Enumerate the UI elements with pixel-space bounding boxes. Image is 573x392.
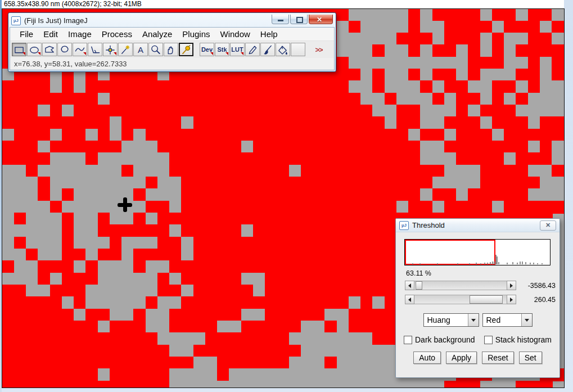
method-dropdown-value: Huang [424,316,468,325]
tool-point-button[interactable] [103,43,118,56]
min-threshold-value: -3586.43 [515,282,556,290]
imagej-titlebar[interactable]: µJ (Fiji Is Just) ImageJ ✕ [10,14,335,27]
menu-plugins[interactable]: Plugins [177,28,215,40]
max-threshold-track[interactable] [414,295,507,304]
tool-hand-button[interactable] [164,43,178,56]
tool-more-tools-button[interactable]: >> [312,43,326,56]
dark-background-checkbox[interactable]: Dark background [404,335,475,344]
histogram-bar [520,262,521,264]
min-threshold-scrollbar[interactable] [405,281,516,290]
histogram-bar [512,262,513,264]
menu-window[interactable]: Window [215,28,255,40]
threshold-titlebar[interactable]: µJ Threshold ✕ [396,219,560,232]
tool-brush-button[interactable] [260,43,275,56]
reset-button[interactable]: Reset [482,352,514,364]
tool-zoom-button[interactable] [148,43,163,56]
chevron-down-icon [471,319,476,322]
tool-pencil-button[interactable] [245,43,260,56]
minimize-icon [278,20,283,21]
dialog-close-button[interactable]: ✕ [540,220,556,231]
more-tools-icon: >> [315,46,322,54]
histogram-bar [522,262,523,264]
menu-image[interactable]: Image [63,28,97,40]
set-button[interactable]: Set [519,352,542,364]
menu-edit[interactable]: Edit [38,28,63,40]
histogram-bar [487,263,488,264]
display-dropdown[interactable]: Red [482,313,533,327]
scroll-left-button[interactable] [405,281,414,290]
histogram-bar [517,263,518,264]
max-threshold-scrollbar[interactable] [405,295,516,304]
histogram-bar [507,263,508,264]
restore-button[interactable] [290,15,308,24]
tool-polygon-button[interactable] [42,43,57,56]
tool-dev-button[interactable]: Dev [200,43,214,56]
left-arrow-icon [408,283,411,288]
tool-text-button[interactable]: A [133,43,148,56]
histogram-bar [484,263,485,264]
apply-button[interactable]: Apply [446,352,477,364]
imagej-app-icon: µJ [11,16,21,25]
tool-rectangle-button[interactable] [12,43,26,56]
restore-icon [296,17,303,23]
tool-blank-button[interactable] [291,43,305,56]
right-arrow-icon [510,283,513,288]
histogram-bar [476,263,477,264]
tool-dropdown-arrow-icon [22,52,25,55]
histogram-bar [537,263,538,264]
max-threshold-value: 260.45 [515,296,556,304]
histogram-bar [492,262,493,264]
right-arrow-icon [510,298,513,302]
tool-angle-button[interactable] [88,43,102,56]
crosshair-cursor [123,197,127,212]
menu-help[interactable]: Help [255,28,283,40]
close-icon: ✕ [545,222,551,229]
threshold-dialog-title: Threshold [412,221,445,229]
menu-analyze[interactable]: Analyze [137,28,177,40]
desktop: 658.35x438.90 nm (4008x2672); 32-bit; 41… [0,0,573,392]
dropdown-arrow-icon[interactable] [521,314,532,326]
tool-lut-button[interactable]: LUT [230,43,245,56]
tool-dropper-button[interactable] [179,43,193,56]
stack-histogram-label: Stack histogram [495,335,552,344]
auto-button[interactable]: Auto [413,352,441,364]
threshold-dialog: µJ Threshold ✕ 63.11 % Huang Red Dark ba… [395,218,560,378]
histogram-bar [457,263,458,264]
close-icon: ✕ [317,16,322,24]
close-button[interactable]: ✕ [309,15,333,24]
threshold-histogram [404,239,551,265]
tool-oval-button[interactable] [27,43,42,56]
tool-dropdown-arrow-icon [241,52,243,55]
dark-background-checkbox-box[interactable] [404,336,412,344]
menu-file[interactable]: File [15,28,38,40]
cursor-status-text: x=76.38, y=58.31, value=262.7333 [14,60,127,68]
min-threshold-thumb[interactable] [416,281,422,290]
tool-dropdown-arrow-icon [210,52,213,55]
histogram-bar [419,263,421,264]
imagej-window-title: (Fiji Is Just) ImageJ [24,16,88,25]
tool-freehand-button[interactable] [57,43,72,56]
tool-dropdown-arrow-icon [83,52,86,55]
tool-dropdown-arrow-icon [38,52,40,55]
max-threshold-thumb[interactable] [470,295,503,304]
min-threshold-track[interactable] [414,281,507,290]
tool-dropdown-arrow-icon [114,52,116,55]
tool-stk-button[interactable]: Stk [215,43,229,56]
histogram-bar [490,262,491,264]
histogram-bar [542,263,543,264]
threshold-range-overlay [405,240,495,265]
method-dropdown[interactable]: Huang [423,313,479,327]
tool-wand-button[interactable] [118,43,133,56]
dropdown-arrow-icon[interactable] [468,314,479,326]
menu-process[interactable]: Process [97,28,137,40]
scroll-left-button[interactable] [405,295,414,304]
stack-histogram-checkbox[interactable]: Stack histogram [484,335,552,344]
minimize-button[interactable] [272,15,289,24]
chevron-down-icon [525,319,529,322]
left-arrow-icon [408,298,411,302]
histogram-bar [469,263,470,264]
histogram-bar [497,256,498,264]
stack-histogram-checkbox-box[interactable] [484,336,493,344]
tool-line-button[interactable] [73,43,87,56]
tool-fill-button[interactable] [276,43,290,56]
